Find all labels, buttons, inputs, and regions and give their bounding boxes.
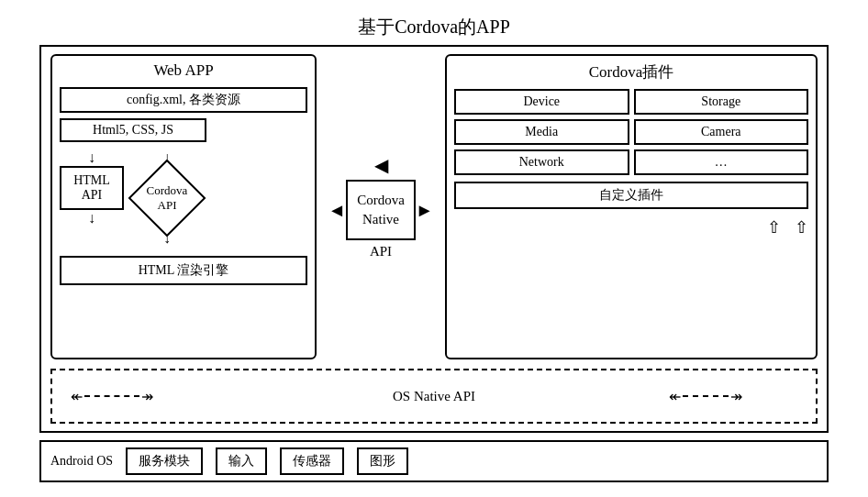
dashed-line	[84, 395, 139, 397]
api-row: ↓ HTMLAPI ↓ ↓ CordovaAPI ↓	[60, 149, 307, 247]
plugin-title: Cordova插件	[454, 61, 808, 83]
plugin-arrow-up-1: ⇧	[767, 217, 781, 237]
plugin-arrow-up-2: ⇧	[795, 217, 808, 237]
dashed-arrow-right-right-icon: ↠	[730, 388, 742, 405]
android-module-sensor: 传感器	[280, 447, 344, 475]
plugin-grid: Device Storage Media Camera Network …	[454, 89, 808, 175]
web-app-box: Web APP config.xml, 各类资源 Html5, CSS, JS …	[50, 54, 317, 359]
native-api-label: API	[370, 244, 392, 260]
android-bar: Android OS 服务模块 输入 传感器 图形	[39, 440, 829, 482]
os-native-left-arrows: ↞ ↠	[71, 388, 153, 405]
android-module-graphics: 图形	[357, 447, 408, 475]
arrow-right-icon: ►	[416, 200, 434, 221]
android-module-service: 服务模块	[126, 447, 203, 475]
html-api-text: HTMLAPI	[73, 173, 110, 203]
dashed-arrow-right-icon: ↠	[141, 388, 153, 405]
cordova-api-diamond: CordovaAPI	[135, 166, 199, 230]
html-api-box: HTMLAPI	[60, 166, 124, 210]
cordova-native-box: CordovaNative	[346, 180, 416, 240]
cordova-api-text: CordovaAPI	[147, 183, 188, 212]
plugin-cell-dots: …	[634, 149, 809, 175]
plugin-cell-media: Media	[454, 119, 629, 145]
cordova-api-diamond-wrapper: ↓ CordovaAPI ↓	[135, 149, 199, 247]
dashed-arrow-left-icon: ↞	[71, 388, 83, 405]
plugin-cell-camera: Camera	[634, 119, 809, 145]
plugin-arrows-row: ⇧ ⇧	[454, 217, 808, 237]
os-native-text: OS Native API	[393, 389, 475, 404]
left-arrow-icon: ◀	[374, 154, 388, 176]
os-native-section: ↞ ↠ OS Native API ↞ ↠	[50, 369, 818, 424]
config-box: config.xml, 各类资源	[60, 87, 307, 113]
diagram-wrapper: 基于Cordova的APP Web APP config.xml, 各类资源 H…	[30, 15, 838, 482]
dashed-arrow-right-left-icon: ↞	[669, 388, 681, 405]
top-section: Web APP config.xml, 各类资源 Html5, CSS, JS …	[50, 54, 818, 359]
os-native-right-arrows: ↞ ↠	[669, 388, 742, 405]
plugin-cell-network: Network	[454, 149, 629, 175]
left-arrow-group: ◀	[374, 154, 388, 176]
cordova-native-text: CordovaNative	[357, 193, 405, 226]
html5-box: Html5, CSS, JS	[60, 118, 206, 142]
main-title: 基于Cordova的APP	[358, 15, 510, 39]
android-os-label: Android OS	[50, 454, 113, 469]
android-module-input: 输入	[216, 447, 267, 475]
plugin-cell-storage: Storage	[634, 89, 809, 115]
dashed-line-2	[683, 395, 729, 397]
bidirectional-arrow-group: ◄ CordovaNative ►	[328, 180, 433, 240]
plugin-cell-device: Device	[454, 89, 629, 115]
web-app-title: Web APP	[60, 61, 307, 80]
html-render-box: HTML 渲染引擎	[60, 256, 307, 285]
custom-plugin-box: 自定义插件	[454, 182, 808, 209]
plugin-box: Cordova插件 Device Storage Media Camera Ne…	[445, 54, 818, 359]
outer-box: Web APP config.xml, 各类资源 Html5, CSS, JS …	[39, 45, 829, 433]
middle-section: ◀ ◄ CordovaNative ► API	[326, 54, 436, 359]
arrow-left-icon: ◄	[328, 200, 346, 221]
